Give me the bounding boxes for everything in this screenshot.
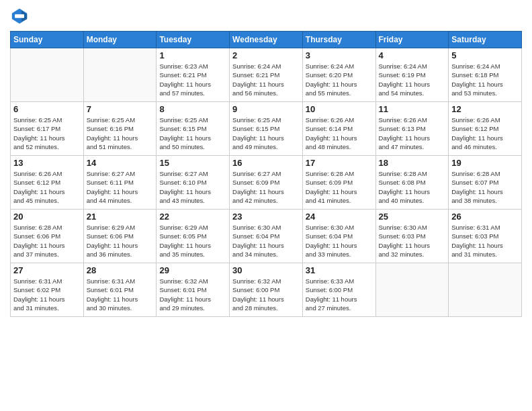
- day-number: 4: [379, 50, 446, 60]
- day-number: 27: [13, 265, 81, 275]
- weekday-header: Tuesday: [157, 32, 230, 48]
- calendar-week-row: 13Sunrise: 6:26 AM Sunset: 6:12 PM Dayli…: [11, 156, 522, 210]
- calendar-cell: [449, 263, 522, 317]
- day-number: 29: [159, 265, 226, 275]
- day-number: 14: [87, 158, 154, 168]
- day-info: Sunrise: 6:25 AM Sunset: 6:17 PM Dayligh…: [13, 116, 81, 151]
- day-info: Sunrise: 6:24 AM Sunset: 6:21 PM Dayligh…: [232, 62, 300, 97]
- day-number: 2: [232, 50, 300, 60]
- weekday-header-row: SundayMondayTuesdayWednesdayThursdayFrid…: [11, 32, 522, 48]
- day-info: Sunrise: 6:25 AM Sunset: 6:15 PM Dayligh…: [159, 116, 226, 151]
- calendar-cell: 14Sunrise: 6:27 AM Sunset: 6:11 PM Dayli…: [83, 156, 157, 210]
- day-number: 15: [159, 158, 226, 168]
- day-info: Sunrise: 6:28 AM Sunset: 6:09 PM Dayligh…: [306, 169, 373, 205]
- calendar-cell: 20Sunrise: 6:28 AM Sunset: 6:06 PM Dayli…: [11, 210, 84, 263]
- calendar-week-row: 27Sunrise: 6:31 AM Sunset: 6:02 PM Dayli…: [11, 263, 522, 317]
- day-info: Sunrise: 6:25 AM Sunset: 6:15 PM Dayligh…: [232, 116, 300, 151]
- day-number: 13: [13, 158, 81, 168]
- calendar-week-row: 6Sunrise: 6:25 AM Sunset: 6:17 PM Daylig…: [11, 102, 522, 156]
- logo: [10, 7, 32, 26]
- day-number: 3: [306, 50, 373, 60]
- day-info: Sunrise: 6:33 AM Sunset: 6:00 PM Dayligh…: [306, 277, 373, 312]
- day-info: Sunrise: 6:29 AM Sunset: 6:05 PM Dayligh…: [159, 223, 226, 259]
- day-number: 5: [451, 50, 519, 60]
- day-info: Sunrise: 6:31 AM Sunset: 6:01 PM Dayligh…: [87, 277, 154, 312]
- day-number: 8: [159, 104, 226, 114]
- calendar: SundayMondayTuesdayWednesdayThursdayFrid…: [10, 31, 522, 317]
- header: [10, 7, 522, 26]
- day-info: Sunrise: 6:27 AM Sunset: 6:11 PM Dayligh…: [87, 169, 154, 205]
- day-info: Sunrise: 6:27 AM Sunset: 6:10 PM Dayligh…: [159, 169, 226, 205]
- calendar-cell: 10Sunrise: 6:26 AM Sunset: 6:14 PM Dayli…: [302, 102, 375, 156]
- svg-rect-2: [15, 14, 24, 18]
- calendar-cell: 28Sunrise: 6:31 AM Sunset: 6:01 PM Dayli…: [83, 263, 157, 317]
- calendar-cell: 18Sunrise: 6:28 AM Sunset: 6:08 PM Dayli…: [375, 156, 449, 210]
- calendar-cell: 6Sunrise: 6:25 AM Sunset: 6:17 PM Daylig…: [11, 102, 84, 156]
- weekday-header: Monday: [83, 32, 157, 48]
- calendar-cell: [83, 48, 157, 102]
- calendar-cell: 25Sunrise: 6:30 AM Sunset: 6:03 PM Dayli…: [375, 210, 449, 263]
- day-info: Sunrise: 6:28 AM Sunset: 6:06 PM Dayligh…: [13, 223, 81, 259]
- calendar-cell: 12Sunrise: 6:26 AM Sunset: 6:12 PM Dayli…: [449, 102, 522, 156]
- day-number: 11: [379, 104, 446, 114]
- calendar-cell: 22Sunrise: 6:29 AM Sunset: 6:05 PM Dayli…: [157, 210, 230, 263]
- day-number: 18: [379, 158, 446, 168]
- day-info: Sunrise: 6:30 AM Sunset: 6:04 PM Dayligh…: [232, 223, 300, 259]
- calendar-cell: [11, 48, 84, 102]
- day-number: 12: [451, 104, 519, 114]
- day-info: Sunrise: 6:25 AM Sunset: 6:16 PM Dayligh…: [87, 116, 154, 151]
- calendar-cell: 5Sunrise: 6:24 AM Sunset: 6:18 PM Daylig…: [449, 48, 522, 102]
- page: SundayMondayTuesdayWednesdayThursdayFrid…: [0, 0, 532, 411]
- calendar-cell: 19Sunrise: 6:28 AM Sunset: 6:07 PM Dayli…: [449, 156, 522, 210]
- calendar-cell: 7Sunrise: 6:25 AM Sunset: 6:16 PM Daylig…: [83, 102, 157, 156]
- day-number: 6: [13, 104, 81, 114]
- calendar-cell: 9Sunrise: 6:25 AM Sunset: 6:15 PM Daylig…: [230, 102, 303, 156]
- day-info: Sunrise: 6:24 AM Sunset: 6:20 PM Dayligh…: [306, 62, 373, 97]
- calendar-cell: 1Sunrise: 6:23 AM Sunset: 6:21 PM Daylig…: [157, 48, 230, 102]
- calendar-cell: 29Sunrise: 6:32 AM Sunset: 6:01 PM Dayli…: [157, 263, 230, 317]
- day-number: 24: [306, 212, 373, 222]
- weekday-header: Friday: [375, 32, 449, 48]
- weekday-header: Sunday: [11, 32, 84, 48]
- day-info: Sunrise: 6:31 AM Sunset: 6:03 PM Dayligh…: [451, 223, 519, 259]
- calendar-cell: 16Sunrise: 6:27 AM Sunset: 6:09 PM Dayli…: [230, 156, 303, 210]
- calendar-cell: 3Sunrise: 6:24 AM Sunset: 6:20 PM Daylig…: [302, 48, 375, 102]
- day-number: 19: [451, 158, 519, 168]
- day-info: Sunrise: 6:23 AM Sunset: 6:21 PM Dayligh…: [159, 62, 226, 97]
- day-info: Sunrise: 6:26 AM Sunset: 6:12 PM Dayligh…: [13, 169, 81, 205]
- day-info: Sunrise: 6:26 AM Sunset: 6:14 PM Dayligh…: [306, 116, 373, 151]
- day-number: 25: [379, 212, 446, 222]
- weekday-header: Wednesday: [230, 32, 303, 48]
- day-number: 21: [87, 212, 154, 222]
- day-info: Sunrise: 6:28 AM Sunset: 6:07 PM Dayligh…: [451, 169, 519, 205]
- day-number: 26: [451, 212, 519, 222]
- calendar-cell: 23Sunrise: 6:30 AM Sunset: 6:04 PM Dayli…: [230, 210, 303, 263]
- calendar-cell: 15Sunrise: 6:27 AM Sunset: 6:10 PM Dayli…: [157, 156, 230, 210]
- day-info: Sunrise: 6:32 AM Sunset: 6:01 PM Dayligh…: [159, 277, 226, 312]
- calendar-cell: 26Sunrise: 6:31 AM Sunset: 6:03 PM Dayli…: [449, 210, 522, 263]
- day-number: 1: [159, 50, 226, 60]
- calendar-week-row: 1Sunrise: 6:23 AM Sunset: 6:21 PM Daylig…: [11, 48, 522, 102]
- day-number: 17: [306, 158, 373, 168]
- calendar-cell: 24Sunrise: 6:30 AM Sunset: 6:04 PM Dayli…: [302, 210, 375, 263]
- calendar-cell: [375, 263, 449, 317]
- day-info: Sunrise: 6:27 AM Sunset: 6:09 PM Dayligh…: [232, 169, 300, 205]
- day-info: Sunrise: 6:26 AM Sunset: 6:12 PM Dayligh…: [451, 116, 519, 151]
- calendar-cell: 27Sunrise: 6:31 AM Sunset: 6:02 PM Dayli…: [11, 263, 84, 317]
- day-info: Sunrise: 6:24 AM Sunset: 6:18 PM Dayligh…: [451, 62, 519, 97]
- day-info: Sunrise: 6:26 AM Sunset: 6:13 PM Dayligh…: [379, 116, 446, 151]
- calendar-cell: 31Sunrise: 6:33 AM Sunset: 6:00 PM Dayli…: [302, 263, 375, 317]
- weekday-header: Saturday: [449, 32, 522, 48]
- calendar-week-row: 20Sunrise: 6:28 AM Sunset: 6:06 PM Dayli…: [11, 210, 522, 263]
- day-number: 10: [306, 104, 373, 114]
- day-number: 16: [232, 158, 300, 168]
- day-info: Sunrise: 6:31 AM Sunset: 6:02 PM Dayligh…: [13, 277, 81, 312]
- weekday-header: Thursday: [302, 32, 375, 48]
- day-number: 22: [159, 212, 226, 222]
- calendar-cell: 4Sunrise: 6:24 AM Sunset: 6:19 PM Daylig…: [375, 48, 449, 102]
- calendar-cell: 13Sunrise: 6:26 AM Sunset: 6:12 PM Dayli…: [11, 156, 84, 210]
- calendar-cell: 8Sunrise: 6:25 AM Sunset: 6:15 PM Daylig…: [157, 102, 230, 156]
- calendar-cell: 30Sunrise: 6:32 AM Sunset: 6:00 PM Dayli…: [230, 263, 303, 317]
- calendar-cell: 17Sunrise: 6:28 AM Sunset: 6:09 PM Dayli…: [302, 156, 375, 210]
- logo-icon: [10, 7, 29, 26]
